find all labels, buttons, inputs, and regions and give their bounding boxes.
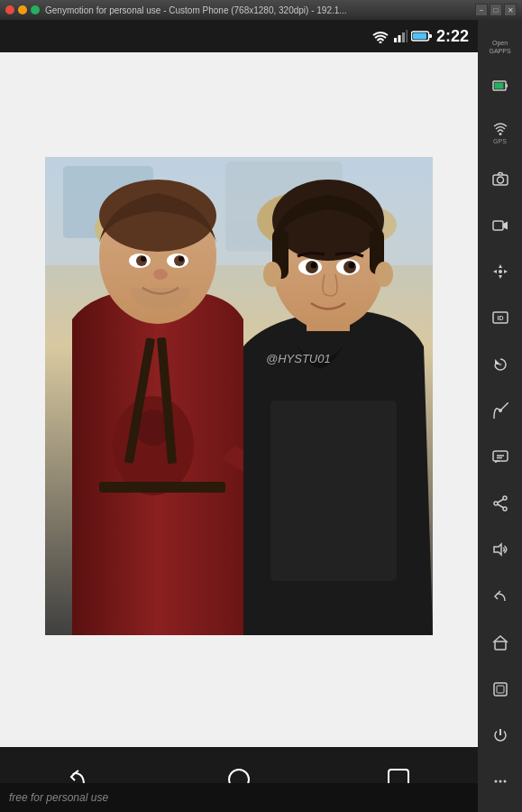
svg-marker-9 xyxy=(493,270,497,273)
wifi-sidebar-icon xyxy=(492,120,508,136)
svg-rect-37 xyxy=(406,30,408,42)
svg-rect-39 xyxy=(429,34,432,38)
volume-sidebar-icon[interactable]: + xyxy=(478,527,522,573)
back-sidebar-icon[interactable] xyxy=(478,573,522,619)
svg-point-22 xyxy=(503,507,507,511)
svg-marker-10 xyxy=(504,270,508,273)
power-sidebar-icon[interactable] xyxy=(478,712,522,758)
svg-point-61 xyxy=(179,256,184,262)
svg-rect-34 xyxy=(394,38,397,42)
minimize-button[interactable]: − xyxy=(475,4,488,16)
battery-status-icon xyxy=(411,30,433,42)
dpad-icon xyxy=(492,263,508,280)
svg-point-11 xyxy=(499,270,502,273)
svg-line-24 xyxy=(498,504,503,508)
status-right: 2:22 xyxy=(371,27,469,46)
video-icon xyxy=(492,217,508,234)
svg-text:@HYSTU01: @HYSTU01 xyxy=(266,352,331,365)
home-sidebar-icon xyxy=(492,634,508,651)
photo-frame: @HYSTU01 xyxy=(45,157,433,635)
open-gapps-label: OpenGAPPS xyxy=(489,39,510,55)
svg-marker-25 xyxy=(494,544,501,555)
rotate-sidebar-icon[interactable] xyxy=(478,341,522,387)
svg-point-20 xyxy=(503,496,507,500)
svg-point-31 xyxy=(499,780,501,783)
signal-status-icon xyxy=(393,29,408,43)
video-sidebar-icon[interactable] xyxy=(478,202,522,248)
right-sidebar: OpenGAPPS GPS xyxy=(478,20,522,812)
svg-marker-7 xyxy=(499,264,502,268)
wifi-status-icon xyxy=(371,29,389,43)
recents-sidebar-icon xyxy=(492,681,508,697)
svg-rect-50 xyxy=(99,482,225,493)
photo-area: @HYSTU01 xyxy=(0,52,478,740)
close-dot[interactable] xyxy=(5,5,14,14)
share-sidebar-icon[interactable] xyxy=(478,480,522,526)
undo-icon xyxy=(492,588,508,604)
camera-sidebar-icon[interactable] xyxy=(478,155,522,201)
svg-text:+: + xyxy=(503,548,507,553)
svg-rect-27 xyxy=(495,641,506,650)
svg-rect-35 xyxy=(398,35,400,42)
svg-point-62 xyxy=(153,269,168,280)
battery-icon xyxy=(492,78,508,94)
share-icon xyxy=(492,495,508,512)
phone-screen: @HYSTU01 select photo detect face xyxy=(0,52,478,812)
svg-point-76 xyxy=(375,262,393,287)
svg-point-73 xyxy=(311,263,317,269)
more-icon xyxy=(492,773,508,789)
more-sidebar-icon[interactable] xyxy=(478,759,522,805)
svg-marker-8 xyxy=(499,275,502,279)
home-sidebar-button[interactable] xyxy=(478,619,522,665)
gps-label: GPS xyxy=(493,138,507,144)
svg-rect-1 xyxy=(506,84,508,88)
id-sidebar-icon[interactable]: ID xyxy=(478,295,522,341)
main-window: 2:22 xyxy=(0,20,478,812)
message-sidebar-icon[interactable] xyxy=(478,434,522,480)
svg-rect-2 xyxy=(494,83,503,89)
minimize-dot[interactable] xyxy=(18,5,27,14)
svg-point-74 xyxy=(349,263,355,269)
maximize-dot[interactable] xyxy=(31,5,40,14)
svg-rect-36 xyxy=(402,32,405,42)
signal-icon xyxy=(492,402,508,419)
free-bar: free for personal use xyxy=(0,783,478,812)
signal-sidebar-icon[interactable] xyxy=(478,387,522,433)
svg-point-60 xyxy=(141,256,146,262)
close-button[interactable]: ✕ xyxy=(504,4,517,16)
open-gapps-button[interactable]: OpenGAPPS xyxy=(478,27,522,63)
id-icon: ID xyxy=(492,309,508,326)
svg-rect-29 xyxy=(497,686,504,693)
message-icon xyxy=(492,449,508,466)
svg-line-23 xyxy=(498,499,503,503)
status-bar: 2:22 xyxy=(0,20,478,52)
svg-point-3 xyxy=(499,133,501,135)
status-time: 2:22 xyxy=(436,27,469,46)
photo-image: @HYSTU01 xyxy=(45,157,433,635)
svg-point-5 xyxy=(497,177,503,183)
svg-text:ID: ID xyxy=(497,315,503,321)
svg-point-33 xyxy=(379,42,381,44)
gps-sidebar-icon[interactable]: GPS xyxy=(478,109,522,155)
rotate-icon xyxy=(492,356,508,373)
maximize-button[interactable]: □ xyxy=(490,4,502,16)
svg-rect-28 xyxy=(494,683,507,696)
svg-point-75 xyxy=(263,262,281,287)
volume-icon: + xyxy=(492,541,508,558)
title-buttons: − □ ✕ xyxy=(475,4,517,16)
battery-sidebar-icon[interactable] xyxy=(478,63,522,109)
window-controls xyxy=(5,5,40,14)
dpad-sidebar-icon[interactable] xyxy=(478,248,522,294)
svg-rect-6 xyxy=(493,221,503,230)
power-icon xyxy=(492,727,508,743)
svg-point-30 xyxy=(494,780,497,783)
title-bar: Genymotion for personal use - Custom Pho… xyxy=(0,0,522,20)
recents-sidebar-button[interactable] xyxy=(478,666,522,712)
svg-point-21 xyxy=(494,502,498,505)
svg-rect-63 xyxy=(270,401,397,581)
svg-point-15 xyxy=(499,363,501,365)
svg-point-32 xyxy=(503,780,506,783)
free-text: free for personal use xyxy=(9,791,108,804)
window-title: Genymotion for personal use - Custom Pho… xyxy=(45,5,475,15)
camera-icon xyxy=(492,171,508,187)
